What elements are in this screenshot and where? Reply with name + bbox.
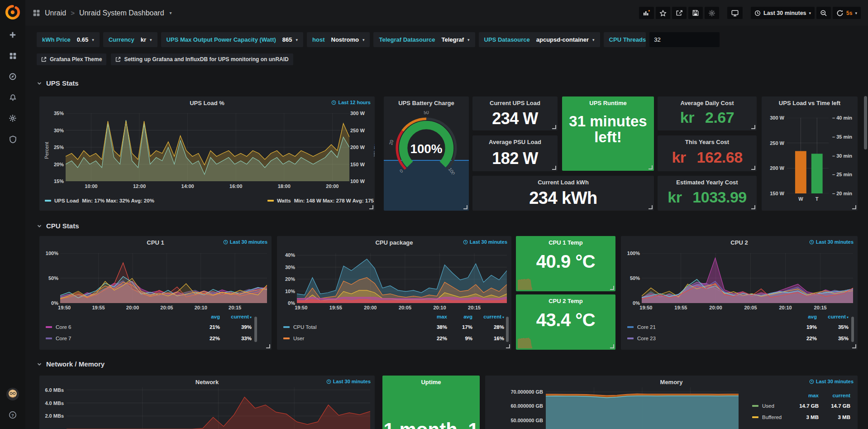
variable-label: kWh Price: [42, 36, 71, 43]
variable-value-dropdown[interactable]: 865▾: [282, 36, 298, 43]
legend-column-avg[interactable]: avg: [195, 314, 220, 319]
legend-column-max[interactable]: max: [793, 393, 819, 398]
legend-spacer: [283, 314, 422, 319]
time-range-picker[interactable]: Last 30 minutes ▾: [751, 7, 815, 19]
legend-item[interactable]: Buffered3 MB3 MB: [752, 411, 850, 423]
panel-title[interactable]: CPU 2 Temp: [516, 298, 615, 304]
section-cpu-stats[interactable]: CPU Stats: [37, 222, 79, 230]
help-icon[interactable]: ?: [0, 405, 25, 425]
create-plus-icon[interactable]: [0, 24, 25, 45]
legend: avgcurrent▾Core 2119%35%Core 2322%35%: [627, 314, 849, 344]
section-network-memory[interactable]: Network / Memory: [37, 360, 105, 368]
server-admin-shield-icon[interactable]: [0, 129, 25, 149]
alerting-bell-icon[interactable]: [0, 87, 25, 108]
legend-column-max[interactable]: max: [422, 314, 447, 319]
variable-value-dropdown[interactable]: apcupsd-container▾: [536, 36, 595, 43]
legend: avgcurrent▾Core 621%39%Core 722%33%: [46, 314, 252, 344]
dashboard-settings-gear-icon[interactable]: [705, 7, 719, 19]
add-panel-button[interactable]: [639, 7, 654, 19]
legend-value: 22%: [195, 336, 220, 341]
panel-title[interactable]: Current UPS Load: [472, 100, 558, 106]
breadcrumb-folder[interactable]: Unraid: [45, 9, 66, 17]
zoom-out-button[interactable]: [816, 7, 831, 19]
sort-caret-icon: ▾: [250, 315, 252, 319]
panel-title[interactable]: CPU 1 Temp: [516, 239, 615, 246]
plot-area[interactable]: [546, 387, 739, 429]
panel-time-range[interactable]: Last 30 minutes: [809, 379, 854, 384]
stat-value: 182 W: [472, 149, 558, 168]
panel-this-years-cost: This Years Cost kr 162.68: [658, 135, 757, 171]
cycle-view-monitor-icon[interactable]: [727, 7, 743, 19]
legend-item[interactable]: CPU Total38%17%28%: [283, 321, 504, 333]
panel-title[interactable]: Average Daily Cost: [658, 100, 757, 106]
legend-item[interactable]: Core 722%33%: [46, 333, 252, 344]
cpu-threads-input[interactable]: [649, 32, 720, 47]
configuration-gear-icon[interactable]: [0, 108, 25, 129]
top-navbar: Unraid > Unraid System Dashboard ▾ Last …: [25, 0, 868, 26]
star-button[interactable]: [656, 7, 670, 19]
legend-item[interactable]: Core 2119%35%: [627, 321, 849, 333]
panel-time-range[interactable]: Last 30 minutes: [809, 239, 854, 245]
section-ups-stats[interactable]: UPS Stats: [37, 79, 79, 87]
legend-swatch-icon: [46, 337, 52, 339]
legend-column-current[interactable]: current▾: [817, 314, 849, 319]
panel-title[interactable]: This Years Cost: [658, 139, 757, 145]
panel-title[interactable]: UPS Runtime: [562, 100, 654, 106]
panel-title[interactable]: Network: [39, 379, 375, 386]
plot-area[interactable]: [297, 253, 507, 303]
link-ups-monitoring-guide[interactable]: Setting up Grafana and InfluxDB for UPS …: [111, 53, 293, 65]
legend-scrollbar[interactable]: [851, 317, 854, 342]
panel-title[interactable]: UPS Load vs Time left: [762, 100, 858, 106]
user-avatar[interactable]: [0, 384, 25, 405]
panel-title[interactable]: UPS Battery Charge: [384, 100, 469, 106]
plot-area[interactable]: [67, 387, 370, 429]
plot-area[interactable]: [60, 253, 267, 303]
legend-column-avg[interactable]: avg: [447, 314, 472, 319]
legend-item[interactable]: Core 621%39%: [46, 321, 252, 333]
legend-scrollbar[interactable]: [506, 317, 509, 342]
variable-value-dropdown[interactable]: 0.65▾: [77, 36, 94, 43]
variable-value-dropdown[interactable]: Telegraf▾: [441, 36, 469, 43]
variable-currency: Currency kr▾: [103, 32, 157, 47]
page-scrollbar[interactable]: [864, 96, 867, 149]
panel-title[interactable]: Uptime: [382, 379, 480, 386]
panel-time-range[interactable]: Last 30 minutes: [223, 239, 267, 245]
panel-current-ups-load: Current UPS Load 234 W: [472, 96, 558, 130]
refresh-button[interactable]: 5s ▾: [833, 7, 861, 19]
legend-label: Core 23: [637, 336, 656, 341]
panel-title[interactable]: UPS Load %: [39, 100, 375, 106]
grafana-logo[interactable]: [0, 0, 25, 24]
panel-title[interactable]: Estimated Yearly Cost: [658, 179, 757, 186]
axis-tick: 0%: [41, 300, 58, 306]
legend-item[interactable]: WattsMin: 148 W Max: 278 W Avg: 175 W: [267, 198, 375, 203]
share-button[interactable]: [672, 7, 687, 19]
panel-ups-runtime: UPS Runtime 31 minutes left!: [562, 96, 654, 171]
variable-value-dropdown[interactable]: Nostromo▾: [331, 36, 365, 43]
legend-column-current[interactable]: current▾: [220, 314, 252, 319]
panel-title[interactable]: Average PSU Load: [472, 139, 558, 145]
chevron-down-icon[interactable]: ▾: [170, 10, 172, 15]
panel-title[interactable]: Memory: [485, 379, 858, 386]
legend-item[interactable]: UPS LoadMin: 17% Max: 32% Avg: 20%: [45, 198, 154, 203]
panel-time-range[interactable]: Last 12 hours: [331, 100, 371, 105]
legend-swatch-icon: [752, 416, 758, 418]
explore-compass-icon[interactable]: [0, 66, 25, 87]
legend-column-current[interactable]: current: [819, 393, 850, 398]
dashboards-icon[interactable]: [0, 45, 25, 66]
legend-column-current[interactable]: current▾: [472, 314, 504, 319]
plot-area[interactable]: [787, 118, 829, 193]
legend-scrollbar[interactable]: [254, 317, 257, 342]
legend-item[interactable]: Core 2322%35%: [627, 333, 849, 344]
plot-area[interactable]: [642, 253, 853, 303]
link-grafana-plex-theme[interactable]: Grafana Plex Theme: [37, 53, 106, 65]
panel-title[interactable]: Current Load kWh: [472, 179, 654, 186]
panel-time-range[interactable]: Last 30 minutes: [463, 239, 507, 245]
legend-item[interactable]: User22%9%16%: [283, 333, 504, 344]
plot-area[interactable]: [66, 113, 349, 181]
variable-value-dropdown[interactable]: kr▾: [141, 36, 152, 43]
breadcrumb-dashboard-title[interactable]: Unraid System Dashboard: [79, 9, 164, 17]
panel-time-range[interactable]: Last 30 minutes: [326, 379, 371, 384]
save-button[interactable]: [688, 7, 703, 19]
legend-item[interactable]: Used14.7 GB14.7 GB: [752, 400, 850, 411]
legend-column-avg[interactable]: avg: [792, 314, 817, 319]
